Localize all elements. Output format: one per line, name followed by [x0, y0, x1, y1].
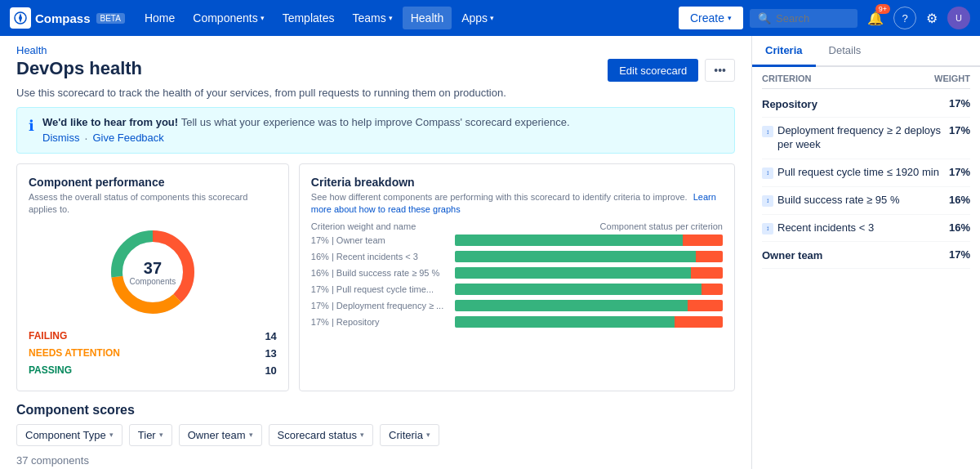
chevron-down-icon: ▾ — [249, 431, 253, 439]
filter-label: Owner team — [188, 429, 246, 441]
notice-title: We'd like to hear from you! Tell us what… — [42, 116, 723, 128]
component-count: 37 components — [16, 454, 735, 467]
bar-label: 17% | Deployment frequency ≥ ... — [311, 301, 450, 310]
logo-text: Compass — [35, 11, 91, 25]
criteria-sub-icon: ↕ — [762, 195, 773, 207]
bar-track — [455, 284, 723, 295]
criteria-list-item: Repository17% — [762, 91, 970, 118]
criteria-list-item: ↕Build success rate ≥ 95 %16% — [762, 187, 970, 215]
bar-track — [455, 300, 723, 311]
nav-item-home[interactable]: Home — [136, 7, 183, 29]
criteria-item-weight: 17% — [949, 166, 970, 178]
weight-col-header: Weight — [934, 74, 970, 83]
bar-fill-red — [688, 300, 723, 311]
nav-item-templates[interactable]: Templates — [274, 7, 343, 29]
filter-btn-2[interactable]: Owner team▾ — [179, 424, 262, 446]
filter-btn-1[interactable]: Tier▾ — [129, 424, 172, 446]
bar-label: 17% | Owner team — [311, 235, 450, 245]
nav-item-health[interactable]: Health — [403, 7, 452, 29]
criteria-item-title: Repository — [762, 98, 817, 110]
bar-fill-red — [683, 234, 723, 246]
compass-icon — [14, 11, 27, 25]
component-scores-section: Component scores Component Type▾Tier▾Own… — [16, 403, 735, 469]
card-desc-perf: Assess the overall status of components … — [29, 191, 277, 217]
filter-btn-4[interactable]: Criteria▾ — [380, 424, 439, 446]
metrics-grid: Component performance Assess the overall… — [16, 163, 735, 391]
tab-criteria[interactable]: Criteria — [752, 36, 816, 67]
nav-item-components[interactable]: Components ▾ — [185, 7, 272, 29]
logo-beta: BETA — [96, 13, 125, 24]
bar-track — [455, 251, 723, 262]
bar-label: 17% | Repository — [311, 317, 450, 327]
criteria-list-item: ↕Recent incidents < 316% — [762, 215, 970, 243]
bar-fill-red — [702, 284, 723, 295]
status-row-failing: FAILING 14 — [29, 328, 277, 345]
needs-attention-label: NEEDS ATTENTION — [29, 347, 120, 360]
criteria-sub-icon: ↕ — [762, 168, 773, 179]
status-rows: FAILING 14 NEEDS ATTENTION 13 PASSING 10 — [29, 328, 277, 379]
criteria-list-item: Owner team17% — [762, 242, 970, 269]
right-tabs: Criteria Details — [752, 36, 980, 67]
search-box[interactable]: 🔍 — [750, 9, 858, 28]
criterion-col-header: Criterion — [762, 74, 812, 83]
criteria-sub-icon: ↕ — [762, 223, 773, 234]
search-input[interactable] — [776, 12, 849, 25]
failing-label: FAILING — [29, 330, 67, 342]
bar-fill-green — [455, 300, 688, 311]
bar-col1-header: Criterion weight and name — [311, 221, 416, 231]
nav-right: Create ▾ 🔍 🔔 9+ ? ⚙ U — [679, 7, 970, 29]
nav-item-apps[interactable]: Apps ▾ — [453, 7, 502, 29]
criteria-sub-icon: ↕ — [762, 126, 773, 137]
bar-fill-red — [696, 251, 723, 262]
nav-item-teams[interactable]: Teams ▾ — [344, 7, 400, 29]
filter-btn-0[interactable]: Component Type▾ — [16, 424, 122, 446]
help-icon: ? — [902, 12, 907, 25]
notification-badge: 9+ — [875, 4, 890, 14]
bar-label: 16% | Recent incidents < 3 — [311, 252, 450, 261]
notice-banner: ℹ We'd like to hear from you! Tell us wh… — [16, 107, 735, 154]
criteria-breakdown-card: Criteria breakdown See how different com… — [299, 163, 735, 391]
page-title: DevOps health — [16, 58, 142, 79]
criteria-item-weight: 16% — [949, 194, 970, 206]
avatar[interactable]: U — [947, 7, 970, 29]
nav-items: Home Components ▾ Templates Teams ▾ Heal… — [136, 7, 679, 29]
help-button[interactable]: ? — [893, 7, 916, 29]
tab-details[interactable]: Details — [816, 36, 875, 65]
filter-bar: Component Type▾Tier▾Owner team▾Scorecard… — [16, 424, 735, 446]
settings-icon: ⚙ — [926, 11, 938, 25]
main-layout: Health DevOps health Edit scorecard ••• … — [0, 36, 980, 469]
criteria-item-weight: 17% — [949, 124, 970, 136]
notice-icon: ℹ — [29, 117, 34, 135]
passing-count: 10 — [265, 364, 276, 377]
edit-scorecard-button[interactable]: Edit scorecard — [608, 59, 698, 82]
feedback-link[interactable]: Give Feedback — [92, 132, 163, 145]
right-panel: Criteria Details CriterionWeightReposito… — [751, 36, 980, 469]
description: Use this scorecard to track the health o… — [16, 87, 735, 99]
nav-logo[interactable]: Compass BETA — [10, 7, 125, 29]
left-panel: Health DevOps health Edit scorecard ••• … — [0, 36, 751, 469]
chevron-down-icon: ▾ — [109, 431, 114, 439]
top-nav: Compass BETA Home Components ▾ Templates… — [0, 0, 980, 36]
card-desc-criteria: See how different components are perform… — [311, 191, 723, 217]
bar-row: 17% | Repository — [311, 316, 723, 328]
bar-fill-green — [455, 267, 691, 279]
breadcrumb[interactable]: Health — [16, 44, 142, 56]
settings-button[interactable]: ⚙ — [923, 7, 941, 29]
dismiss-link[interactable]: Dismiss — [42, 132, 80, 145]
criteria-list-item: ↕Deployment frequency ≥ 2 deploys per we… — [762, 118, 970, 159]
filter-btn-3[interactable]: Scorecard status▾ — [269, 424, 374, 446]
bar-track — [455, 234, 723, 246]
bar-row: 17% | Deployment frequency ≥ ... — [311, 300, 723, 311]
filter-label: Scorecard status — [278, 429, 358, 441]
bar-row: 17% | Owner team — [311, 234, 723, 246]
donut-center-value: 37 — [130, 258, 176, 276]
filter-label: Component Type — [25, 429, 106, 441]
create-button[interactable]: Create ▾ — [679, 7, 743, 29]
chevron-down-icon: ▾ — [360, 431, 364, 439]
filter-label: Criteria — [389, 429, 423, 441]
failing-count: 14 — [265, 330, 276, 342]
component-performance-card: Component performance Assess the overall… — [16, 163, 289, 391]
notifications-button[interactable]: 🔔 9+ — [864, 7, 887, 29]
more-options-button[interactable]: ••• — [705, 59, 735, 82]
bar-row: 17% | Pull request cycle time... — [311, 284, 723, 295]
